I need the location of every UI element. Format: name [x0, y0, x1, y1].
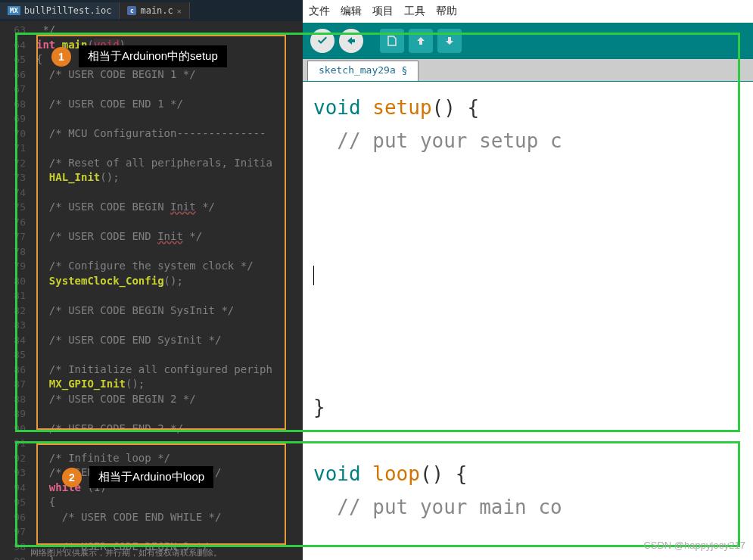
open-button[interactable] [409, 29, 433, 53]
menu-item[interactable]: 文件 [309, 5, 330, 18]
upload-button[interactable] [339, 29, 363, 53]
tab-main-c[interactable]: c main.c ✕ [120, 2, 189, 19]
verify-button[interactable] [310, 29, 334, 53]
arduino-sketch-tab[interactable]: sketch_may29a § [307, 61, 419, 81]
annotation-1: 1 相当于Arduinon中的setup [51, 45, 227, 67]
arduino-code-editor[interactable]: void setup() { // put your setup c } voi… [303, 82, 753, 533]
annotation-1-label: 相当于Arduinon中的setup [79, 45, 227, 67]
annotation-2-label: 相当于Arduino中loop [89, 466, 213, 488]
menu-item[interactable]: 编辑 [341, 5, 362, 18]
menu-item[interactable]: 工具 [404, 5, 425, 18]
menu-item[interactable]: 项目 [372, 5, 394, 18]
save-button[interactable] [437, 29, 462, 53]
tabs-bar-left: MX bullPillTest.ioc c main.c ✕ [0, 0, 303, 21]
annotation-2-number: 2 [62, 468, 82, 487]
mx-icon: MX [8, 6, 20, 15]
footer-text: 网络图片仅供展示，并行期，如有侵权请联系删除。 [30, 547, 222, 558]
annotation-1-number: 1 [51, 47, 71, 67]
new-button[interactable] [380, 29, 404, 53]
arduino-menu-bar: 文件编辑项目工具帮助 [303, 0, 753, 23]
annotation-2: 2 相当于Arduino中loop [62, 466, 213, 488]
c-file-icon: c [127, 6, 136, 15]
line-gutter: 63 64 65 66 67 68 69 70 71 72 73 74 75 7… [0, 21, 30, 560]
arduino-tab-bar: sketch_may29a § [303, 59, 753, 82]
close-icon[interactable]: ✕ [177, 7, 182, 15]
menu-item[interactable]: 帮助 [436, 5, 457, 18]
arduino-toolbar [303, 23, 753, 59]
tab-c-label: main.c [140, 5, 173, 16]
arduino-pane: 文件编辑项目工具帮助 sketch_may29a § void setup() … [303, 0, 753, 560]
tab-ioc[interactable]: MX bullPillTest.ioc [0, 2, 120, 19]
tab-ioc-label: bullPillTest.ioc [24, 5, 112, 16]
watermark-text: CSDN @happyjoey217 [643, 540, 745, 551]
